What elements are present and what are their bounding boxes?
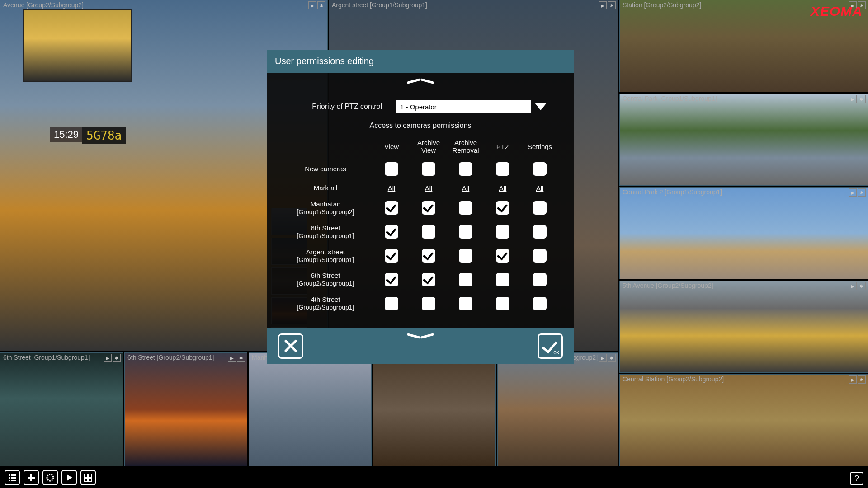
checkbox[interactable]	[533, 225, 547, 239]
checkbox-new-archive-view[interactable]	[422, 162, 435, 176]
checkbox[interactable]	[385, 225, 398, 239]
scroll-up-icon[interactable]	[407, 76, 434, 85]
add-button[interactable]	[24, 470, 39, 485]
gear-icon[interactable]: ✱	[113, 354, 121, 362]
checkbox[interactable]	[422, 249, 435, 263]
cancel-button[interactable]	[278, 333, 303, 359]
checkbox[interactable]	[385, 201, 398, 215]
list-button[interactable]	[5, 470, 20, 485]
checkbox[interactable]	[385, 273, 398, 286]
play-icon[interactable]: ▶	[308, 1, 316, 9]
play-icon[interactable]: ▶	[599, 354, 607, 362]
svg-rect-2	[9, 477, 10, 479]
gear-icon[interactable]: ✱	[608, 1, 616, 9]
camera-tile-centralpark[interactable]: Central Park [Group1/Subgroup1]▶✱	[619, 94, 868, 186]
permission-row: Manhatan[Group1/Subgroup2]	[278, 200, 563, 216]
camera-tile-manhattan[interactable]: Manhatan [Group1/Subgroup2]▶✱	[249, 352, 372, 466]
camera-tile-6th1[interactable]: 6th Street [Group1/Subgroup1]▶✱	[0, 352, 123, 466]
checkbox[interactable]	[496, 249, 509, 263]
svg-rect-4	[9, 480, 10, 481]
checkbox[interactable]	[459, 201, 472, 215]
ok-button[interactable]: ok	[538, 333, 563, 359]
settings-button[interactable]	[42, 470, 58, 485]
svg-rect-0	[9, 474, 10, 476]
dialog-title-text: User permissions editing	[275, 56, 374, 66]
svg-rect-1	[11, 474, 16, 476]
checkbox[interactable]	[496, 273, 509, 286]
svg-point-8	[47, 474, 53, 481]
checkbox-new-archive-removal[interactable]	[459, 162, 472, 176]
all-link-archive-view[interactable]: All	[410, 184, 447, 192]
checkbox-new-ptz[interactable]	[496, 162, 509, 176]
gear-icon[interactable]: ✱	[858, 375, 866, 384]
gear-icon[interactable]: ✱	[858, 188, 866, 197]
checkbox[interactable]	[533, 249, 547, 263]
checkbox[interactable]	[385, 249, 398, 263]
camera-title: 5th Avenue [Group2/Subgroup2]	[620, 281, 716, 290]
checkbox[interactable]	[533, 201, 547, 215]
camera-tile-centralstation[interactable]: Cenrral Station [Group2/Subgroup2]▶✱	[619, 374, 868, 466]
gear-icon[interactable]: ✱	[317, 1, 326, 9]
checkbox[interactable]	[422, 225, 435, 239]
checkbox[interactable]	[459, 297, 472, 310]
column-header: View	[373, 143, 410, 150]
play-icon[interactable]: ▶	[599, 1, 607, 9]
camera-tile-4th[interactable]: 4th Street [Group2/Subgroup1]▶✱	[373, 352, 496, 466]
ptz-priority-value: 1 - Operator	[400, 103, 437, 111]
scroll-down-icon[interactable]	[407, 331, 434, 340]
checkbox[interactable]	[459, 273, 472, 286]
svg-rect-10	[85, 474, 88, 477]
checkbox[interactable]	[533, 273, 547, 286]
camera-feed	[125, 353, 247, 466]
all-link-ptz[interactable]: All	[484, 184, 521, 192]
checkbox[interactable]	[459, 225, 472, 239]
ptz-priority-select[interactable]: 1 - Operator	[396, 100, 531, 113]
checkbox[interactable]	[385, 297, 398, 310]
checkbox[interactable]	[459, 249, 472, 263]
checkbox[interactable]	[533, 297, 547, 310]
svg-rect-12	[85, 478, 88, 481]
checkbox[interactable]	[496, 225, 509, 239]
checkbox[interactable]	[422, 297, 435, 310]
ptz-priority-label: Priority of PTZ control	[278, 103, 382, 111]
help-button[interactable]: ?	[850, 472, 863, 485]
timestamp-overlay: 15:29	[50, 127, 82, 142]
bottom-toolbar	[5, 470, 96, 485]
gear-icon[interactable]: ✱	[858, 95, 866, 103]
picture-in-picture	[23, 9, 132, 82]
play-icon[interactable]: ▶	[104, 354, 112, 362]
play-icon[interactable]: ▶	[228, 354, 236, 362]
layout-button[interactable]	[80, 470, 96, 485]
new-cameras-label: New cameras	[278, 165, 373, 173]
camera-tile-6th2[interactable]: 6th Street [Group2/Subgroup1]▶✱	[124, 352, 247, 466]
play-icon[interactable]: ▶	[849, 282, 857, 290]
all-link-view[interactable]: All	[373, 184, 410, 192]
column-header: Settings	[521, 143, 558, 150]
gear-icon[interactable]: ✱	[237, 354, 245, 362]
checkbox-new-settings[interactable]	[533, 162, 547, 176]
camera-tile-centralpark2[interactable]: Central Park 2 [Group1/Subgroup1]▶✱	[619, 187, 868, 279]
camera-row-label: 6th Street[Group1/Subgroup1]	[278, 224, 373, 240]
gear-icon[interactable]: ✱	[608, 354, 616, 362]
checkbox-new-view[interactable]	[385, 162, 398, 176]
gear-icon[interactable]: ✱	[858, 282, 866, 290]
all-link-archive-removal[interactable]: All	[447, 184, 484, 192]
checkbox[interactable]	[422, 273, 435, 286]
camera-row-label: Argent street[Group1/Subgroup1]	[278, 248, 373, 264]
play-icon[interactable]: ▶	[849, 375, 857, 384]
camera-tile-5thave[interactable]: 5th Avenue [Group2/Subgroup2]▶✱	[619, 281, 868, 373]
camera-title: Avenue [Group2/Subgroup2]	[0, 0, 86, 9]
checkbox[interactable]	[496, 297, 509, 310]
play-button[interactable]	[61, 470, 77, 485]
chevron-down-icon[interactable]	[535, 103, 547, 110]
checkbox[interactable]	[422, 201, 435, 215]
camera-feed	[620, 188, 868, 279]
all-link-settings[interactable]: All	[521, 184, 558, 192]
svg-rect-13	[89, 478, 92, 481]
svg-rect-11	[89, 474, 92, 477]
svg-marker-9	[67, 474, 72, 481]
checkbox[interactable]	[496, 201, 509, 215]
play-icon[interactable]: ▶	[849, 188, 857, 197]
camera-tile-times[interactable]: Times square [Group2/Subgroup2]▶✱	[497, 352, 618, 466]
play-icon[interactable]: ▶	[849, 95, 857, 103]
